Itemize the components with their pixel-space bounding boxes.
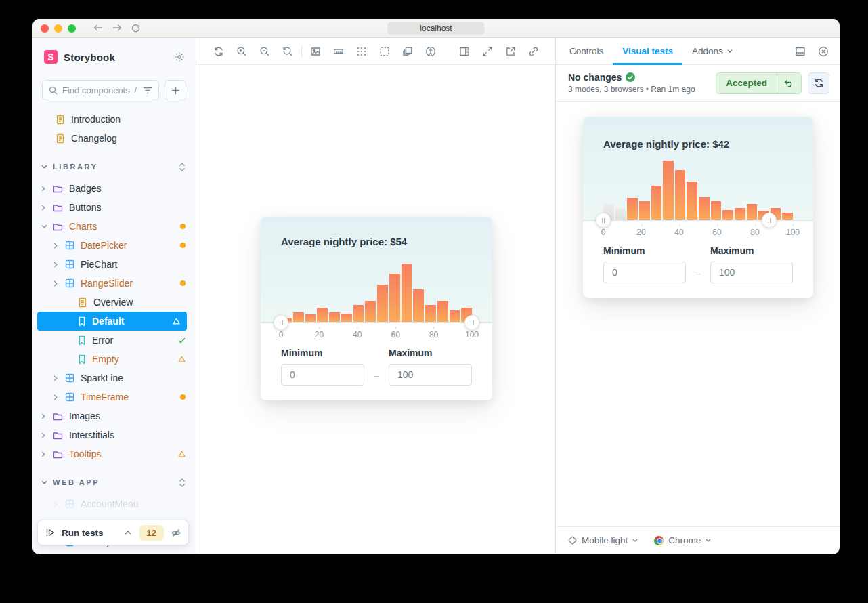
chevron-right-icon[interactable] [53,262,60,268]
x-axis-ticks: 020406080100 [281,327,472,339]
range-slider-handle[interactable] [274,315,288,330]
minimize-window-button[interactable] [54,24,62,33]
rerun-tests-button[interactable] [808,72,829,94]
accepted-button[interactable]: Accepted [716,72,802,94]
tab-visual-tests[interactable]: Visual tests [613,38,682,65]
chevron-right-icon[interactable] [53,501,60,507]
changed-dot-icon [180,224,186,229]
back-icon[interactable] [93,24,103,32]
sidebar-item-piechart[interactable]: PieChart [32,255,196,274]
sidebar-item-changelog[interactable]: Changelog [32,129,196,148]
viewport-icon[interactable] [402,46,413,57]
copy-link-icon[interactable] [528,46,539,57]
chevron-right-icon[interactable] [53,375,60,381]
mode-selector-bar: Mobile light Chrome [556,526,840,554]
zoom-in-icon[interactable] [236,46,247,57]
panel-toggle-icon[interactable] [459,46,470,57]
sidebar-item-interstitials[interactable]: Interstitials [32,425,196,444]
browser-selector[interactable]: Chrome [654,535,711,545]
histogram-bar [782,213,793,220]
range-slider-handle[interactable] [762,213,777,228]
accessibility-icon[interactable] [425,46,436,57]
sidebar-item-timeframe[interactable]: TimeFrame [32,388,196,407]
chevron-down-icon[interactable] [41,224,47,228]
chevron-right-icon[interactable] [41,413,47,419]
status-title: No changes [568,72,622,83]
close-panel-icon[interactable] [818,46,829,57]
histogram-bar [675,170,686,220]
outline-icon[interactable] [379,46,390,57]
folder-icon [53,450,63,459]
chevron-down-icon [706,539,711,542]
histogram-bar [663,161,674,220]
section-web-app[interactable]: WEB APP [32,473,196,492]
mode-selector[interactable]: Mobile light [568,535,638,545]
chevron-up-icon[interactable] [125,531,131,535]
zoom-out-icon[interactable] [259,46,270,57]
section-library[interactable]: LIBRARY [32,157,196,176]
sidebar-item-error[interactable]: Error [32,331,196,350]
run-tests-label[interactable]: Run tests [62,528,104,538]
chevron-right-icon[interactable] [53,394,60,400]
tab-addons[interactable]: Addons [682,38,742,65]
sidebar-item-sparkline[interactable]: SparkLine [32,369,196,388]
sidebar-item-images[interactable]: Images [32,407,196,425]
collapse-all-icon[interactable] [179,163,186,171]
x-axis-tick-label: 0 [601,228,606,237]
measure-icon[interactable] [333,46,344,57]
tab-controls[interactable]: Controls [560,38,613,65]
create-story-button[interactable] [165,80,186,100]
maximize-window-button[interactable] [68,24,76,33]
collapse-all-icon[interactable] [179,478,186,487]
maximum-input[interactable] [389,364,472,386]
sidebar-item-default[interactable]: Default [37,312,187,331]
doc-icon [56,133,65,144]
grid-icon[interactable] [356,46,367,57]
doc-icon [78,297,87,308]
search-input[interactable]: Find components / [42,80,159,100]
watch-mode-eye-off-icon[interactable] [171,528,181,538]
story-tree: Introduction Changelog LIBRARY Badges [32,110,196,552]
panel-position-icon[interactable] [795,47,806,56]
zoom-reset-icon[interactable] [282,46,293,57]
reload-icon[interactable] [131,24,140,33]
backgrounds-icon[interactable] [310,46,321,57]
filter-icon[interactable] [143,87,152,94]
sidebar-item-introduction[interactable]: Introduction [32,110,196,129]
sidebar-item-accountmenu[interactable]: AccountMenu [32,495,196,514]
open-new-tab-icon[interactable] [505,46,516,57]
close-window-button[interactable] [41,24,49,33]
range-slider-handle[interactable] [596,213,611,228]
fullscreen-icon[interactable] [482,46,493,57]
chevron-right-icon[interactable] [41,205,47,211]
minimum-input[interactable] [603,262,686,283]
sidebar-item-charts[interactable]: Charts [32,217,196,236]
sidebar-item-buttons[interactable]: Buttons [32,198,196,217]
chevron-right-icon[interactable] [41,451,47,457]
sidebar-item-badges[interactable]: Badges [32,179,196,198]
storybook-logo-icon: S [44,50,58,64]
maximum-input[interactable] [710,262,793,283]
sidebar-item-overview[interactable]: Overview [32,293,196,312]
address-bar[interactable]: localhost [387,22,484,35]
remount-icon[interactable] [213,46,224,57]
chevron-right-icon[interactable] [41,432,47,438]
histogram-bar [389,274,400,322]
sidebar-item-rangeslider[interactable]: RangeSlider [32,274,196,293]
address-url: localhost [420,24,452,33]
undo-accept-icon[interactable] [777,73,801,93]
range-slider-handle[interactable] [464,315,479,330]
test-count-badge: 12 [139,525,164,541]
chevron-right-icon[interactable] [53,280,60,287]
chevron-right-icon[interactable] [53,243,60,249]
forward-icon[interactable] [112,24,122,32]
chevron-right-icon[interactable] [41,186,47,192]
minimum-input[interactable] [281,364,364,386]
sidebar-item-datepicker[interactable]: DatePicker [32,236,196,255]
sidebar-item-empty[interactable]: Empty [32,350,196,369]
settings-gear-icon[interactable] [174,51,185,62]
search-placeholder: Find components [62,85,135,96]
histogram-bars [603,161,793,220]
sidebar: S Storybook Find components / [32,38,196,554]
sidebar-item-tooltips[interactable]: Tooltips [32,444,196,463]
